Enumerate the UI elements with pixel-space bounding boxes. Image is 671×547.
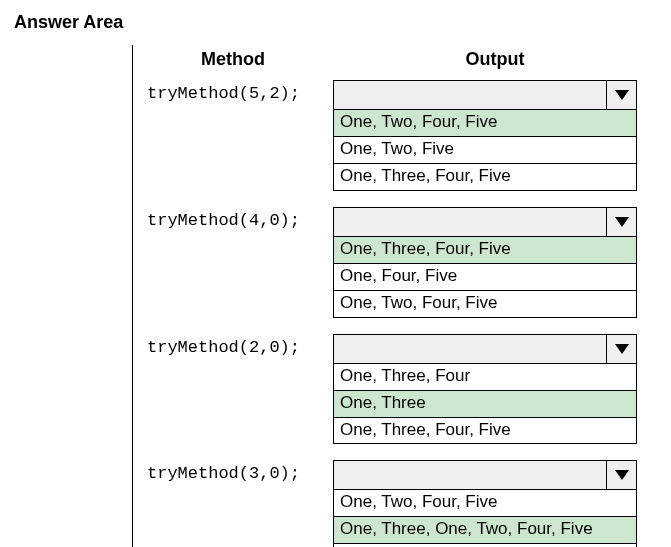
- dropdown-option[interactable]: One, Three, Four, Five: [334, 417, 636, 444]
- answer-table: Method Output tryMethod(5,2); One, Two, …: [132, 45, 657, 547]
- dropdown-value: [334, 81, 606, 109]
- svg-marker-1: [615, 217, 629, 227]
- dropdown-option[interactable]: One, Four, Five: [334, 263, 636, 290]
- dropdown-value: [334, 335, 606, 363]
- header-method: Method: [133, 45, 333, 80]
- dropdown-option[interactable]: One, Three, Four: [334, 364, 636, 390]
- method-label: tryMethod(4,0);: [133, 207, 333, 318]
- dropdown-option[interactable]: One, Two, Five: [334, 136, 636, 163]
- dropdown-option[interactable]: One, Three: [334, 390, 636, 417]
- chevron-down-icon: [614, 469, 630, 481]
- dropdown-toggle-button[interactable]: [606, 81, 636, 109]
- chevron-down-icon: [614, 343, 630, 355]
- svg-marker-2: [615, 344, 629, 354]
- dropdown-option[interactable]: One, Three, One, Two, Four, Five: [334, 516, 636, 543]
- output-dropdown[interactable]: One, Two, Four, Five One, Three, One, Tw…: [333, 460, 637, 547]
- dropdown-toggle-button[interactable]: [606, 461, 636, 489]
- output-dropdown[interactable]: One, Three, Four, Five One, Four, Five O…: [333, 207, 637, 318]
- dropdown-closed[interactable]: [333, 80, 637, 110]
- method-label: tryMethod(3,0);: [133, 460, 333, 547]
- chevron-down-icon: [614, 89, 630, 101]
- chevron-down-icon: [614, 216, 630, 228]
- output-dropdown[interactable]: One, Two, Four, Five One, Two, Five One,…: [333, 80, 637, 191]
- dropdown-closed[interactable]: [333, 460, 637, 490]
- dropdown-value: [334, 208, 606, 236]
- dropdown-option[interactable]: One, Two, Four, Five: [334, 110, 636, 136]
- table-header: Method Output: [133, 45, 657, 80]
- dropdown-option[interactable]: One, Two, Four, Five: [334, 290, 636, 317]
- header-output: Output: [333, 45, 657, 80]
- dropdown-options: One, Two, Four, Five One, Three, One, Tw…: [333, 490, 637, 547]
- method-label: tryMethod(5,2);: [133, 80, 333, 191]
- dropdown-closed[interactable]: [333, 334, 637, 364]
- table-row: tryMethod(2,0); One, Three, Four One, Th…: [133, 334, 657, 445]
- dropdown-options: One, Three, Four One, Three One, Three, …: [333, 364, 637, 445]
- dropdown-value: [334, 461, 606, 489]
- dropdown-option[interactable]: One, Three, Four, Five: [334, 163, 636, 190]
- svg-marker-3: [615, 470, 629, 480]
- dropdown-option[interactable]: One, Three, Four, Five: [334, 237, 636, 263]
- svg-marker-0: [615, 90, 629, 100]
- page-title: Answer Area: [14, 12, 657, 33]
- dropdown-option[interactable]: One, Two, Four, Five: [334, 490, 636, 516]
- dropdown-toggle-button[interactable]: [606, 208, 636, 236]
- dropdown-option[interactable]: One, Three, Four, One, Two, Four, Five: [334, 543, 636, 547]
- dropdown-toggle-button[interactable]: [606, 335, 636, 363]
- method-label: tryMethod(2,0);: [133, 334, 333, 445]
- dropdown-closed[interactable]: [333, 207, 637, 237]
- output-dropdown[interactable]: One, Three, Four One, Three One, Three, …: [333, 334, 637, 445]
- table-row: tryMethod(5,2); One, Two, Four, Five One…: [133, 80, 657, 191]
- dropdown-options: One, Three, Four, Five One, Four, Five O…: [333, 237, 637, 318]
- dropdown-options: One, Two, Four, Five One, Two, Five One,…: [333, 110, 637, 191]
- table-row: tryMethod(4,0); One, Three, Four, Five O…: [133, 207, 657, 318]
- table-row: tryMethod(3,0); One, Two, Four, Five One…: [133, 460, 657, 547]
